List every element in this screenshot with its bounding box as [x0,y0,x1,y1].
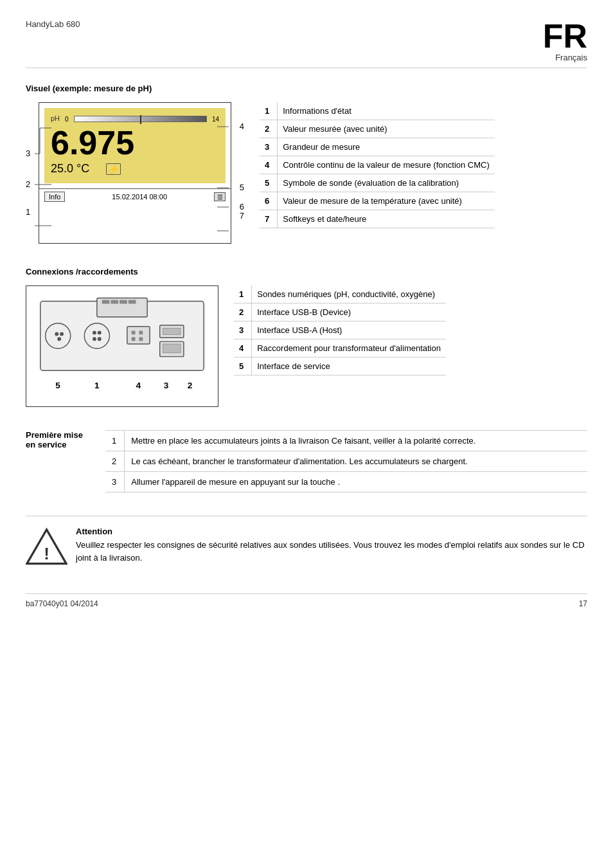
diagram-label-6: 6 [240,202,244,212]
table-row: 2Valeur mesurée (avec unité) [260,120,495,138]
section-visuel-content: 3 2 1 4 5 6 7 pH 0 1 [26,102,587,244]
attention-box: ! Attention Veuillez respecter les consi… [26,516,587,570]
language-block: FR Français [543,19,587,62]
scale-start: 0 [65,116,69,123]
svg-point-22 [93,337,96,341]
service-section: Première mise en service 1Mettre en plac… [26,430,587,493]
display-box: pH 0 14 6.975 25.0 °C ⚡ [39,102,231,244]
svg-rect-13 [120,300,127,304]
service-title: Première mise en service [26,430,90,449]
table-row: 1Informations d'état [260,102,495,120]
svg-text:5: 5 [55,381,60,390]
softkeys-bar: Info 15.02.2014 08:00 ☰ [39,188,231,204]
svg-text:4: 4 [136,381,141,390]
connexions-ref-table: 1Sondes numériques (pH, conductivité, ox… [234,285,446,375]
row-num: 2 [234,303,252,321]
row-desc: Softkeys et date/heure [278,210,495,228]
language-code: FR [543,19,587,53]
ph-label: pH [51,114,60,122]
svg-point-16 [55,332,58,336]
step-num: 1 [105,431,125,451]
diagram-label-7: 7 [240,211,244,221]
display-inner: pH 0 14 6.975 25.0 °C ⚡ [44,108,226,183]
page-footer: ba77040y01 04/2014 17 [26,593,587,608]
diagram-label-1: 1 [26,207,30,217]
section-connexions: Connexions /raccordements [26,267,587,407]
section-premiere: Première mise en service 1Mettre en plac… [26,430,587,570]
diagram-label-2: 2 [26,179,30,189]
attention-text: Veuillez respecter les consignes de sécu… [76,539,587,564]
attention-title: Attention [76,527,587,536]
row-num: 2 [260,120,278,138]
svg-rect-32 [163,344,181,353]
display-diagram: pH 0 14 6.975 25.0 °C ⚡ [39,102,231,244]
svg-rect-27 [132,337,136,341]
attention-icon: ! [26,527,64,570]
svg-point-23 [98,337,102,341]
section-connexions-content: 5 1 4 3 2 1Sondes numériques (pH, conduc… [26,285,587,407]
temperature-value: 25.0 °C ⚡ [51,162,219,176]
footer-right: 17 [579,599,587,608]
table-row: 7Softkeys et date/heure [260,210,495,228]
svg-rect-11 [102,300,110,304]
svg-point-19 [84,323,109,348]
diagram-label-5: 5 [240,183,244,192]
table-row: 4Contrôle continu de la valeur de mesure… [260,156,495,174]
menu-softkey-icon: ☰ [214,192,226,201]
svg-point-15 [46,323,71,348]
svg-text:3: 3 [164,381,169,390]
step-desc: Allumer l'appareil de mesure en appuyant… [125,472,587,493]
diagram-label-3: 3 [26,149,30,158]
row-num: 3 [234,321,252,339]
row-num: 5 [260,174,278,192]
datetime-softkey: 15.02.2014 08:00 [70,193,209,201]
service-step-row: 3Allumer l'appareil de mesure en appuyan… [105,472,587,493]
svg-point-18 [57,337,61,341]
row-desc: Interface USB-A (Host) [252,321,446,339]
service-table: 1Mettre en place les accumulateurs joint… [105,430,587,493]
connector-svg: 5 1 4 3 2 [34,294,210,397]
svg-rect-24 [127,327,150,344]
row-desc: Raccordement pour transformateur d'alime… [252,339,446,357]
row-num: 1 [234,285,252,303]
row-desc: Contrôle continu de la valeur de mesure … [278,156,495,174]
connector-diagram: 5 1 4 3 2 [26,285,218,407]
svg-rect-28 [139,337,143,341]
row-desc: Valeur de mesure de la température (avec… [278,192,495,210]
section-visuel: Visuel (exemple: mesure de pH) 3 2 1 4 5… [26,84,587,244]
page-header: HandyLab 680 FR Français [26,19,587,68]
step-desc: Mettre en place les accumulateurs joints… [125,431,587,451]
product-name: HandyLab 680 [26,19,80,29]
table-row: 6Valeur de mesure de la température (ave… [260,192,495,210]
row-desc: Grandeur de mesure [278,138,495,156]
service-step-row: 1Mettre en place les accumulateurs joint… [105,431,587,451]
table-row: 5Interface de service [234,357,446,375]
info-softkey: Info [44,192,65,202]
connexions-ref-table-container: 1Sondes numériques (pH, conductivité, ox… [234,285,587,375]
row-num: 3 [260,138,278,156]
row-num: 6 [260,192,278,210]
svg-rect-14 [129,300,136,304]
probe-symbol-icon: ⚡ [106,163,121,175]
step-desc: Le cas échéant, brancher le transformate… [125,451,587,472]
table-row: 3Grandeur de mesure [260,138,495,156]
table-row: 4Raccordement pour transformateur d'alim… [234,339,446,357]
section-connexions-title: Connexions /raccordements [26,267,587,276]
row-desc: Interface USB-B (Device) [252,303,446,321]
attention-content: Attention Veuillez respecter les consign… [76,527,587,564]
step-num: 2 [105,451,125,472]
svg-point-21 [98,330,102,334]
table-row: 5Symbole de sonde (évaluation de la cali… [260,174,495,192]
footer-left: ba77040y01 04/2014 [26,599,98,608]
visuel-ref-table: 1Informations d'état2Valeur mesurée (ave… [260,102,495,228]
row-num: 1 [260,102,278,120]
svg-rect-12 [111,300,118,304]
svg-text:1: 1 [94,381,100,390]
svg-rect-25 [132,330,136,334]
row-num: 4 [234,339,252,357]
row-desc: Informations d'état [278,102,495,120]
service-step-row: 2Le cas échéant, brancher le transformat… [105,451,587,472]
svg-text:!: ! [44,544,49,563]
table-row: 3Interface USB-A (Host) [234,321,446,339]
step-num: 3 [105,472,125,493]
